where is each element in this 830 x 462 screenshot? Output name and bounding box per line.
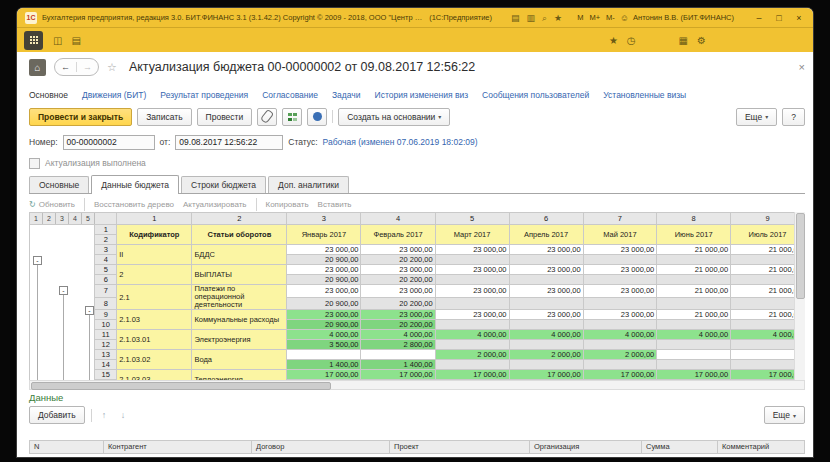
group-level-button[interactable]: 3 [56, 213, 69, 224]
vertical-scrollbar-thumb[interactable] [796, 213, 805, 299]
grid-plan-cell[interactable]: 23 000,00 [435, 265, 509, 275]
form-nav-link[interactable]: Установленные визы [603, 90, 686, 100]
tab-3[interactable]: Строки бюджета [181, 176, 266, 193]
grid-toolbar-button[interactable]: Актуализировать [183, 200, 246, 209]
form-nav-link[interactable]: История изменения виз [375, 90, 469, 100]
horizontal-scrollbar[interactable] [29, 380, 805, 390]
grid-plan-cell[interactable] [287, 350, 361, 360]
tree-collapse-button[interactable]: - [33, 256, 42, 265]
data-more-button[interactable]: Еще ▾ [764, 406, 805, 424]
grid-item-cell[interactable]: БДДС [192, 245, 287, 265]
grid-toolbar-button[interactable]: Вставить [318, 200, 352, 209]
grid-fact-cell[interactable] [583, 275, 657, 285]
favorites-star-icon[interactable]: ★ [609, 35, 618, 46]
grid-fact-cell[interactable]: 20 900,00 [287, 320, 361, 330]
grid-plan-cell[interactable]: 23 000,00 [583, 265, 657, 275]
grid-fact-cell[interactable]: 20 200,00 [361, 297, 435, 310]
grid-code-cell[interactable]: 2.1.03.02 [117, 350, 192, 370]
grid-header-month[interactable]: Март 2017 [435, 225, 509, 245]
grid-fact-cell[interactable] [657, 275, 731, 285]
add-button[interactable]: Добавить [29, 406, 85, 424]
grid-header-month[interactable]: Февраль 2017 [361, 225, 435, 245]
grid-fact-cell[interactable] [435, 297, 509, 310]
grid-plan-cell[interactable]: 2 000,00 [509, 350, 583, 360]
actualization-checkbox[interactable] [29, 158, 40, 169]
date-input[interactable]: 09.08.2017 12:56:22 [175, 135, 283, 150]
more-button[interactable]: Еще ▾ [736, 108, 777, 126]
grid-plan-cell[interactable]: 21 000,00 [657, 285, 731, 298]
grid-fact-cell[interactable] [657, 360, 731, 370]
form-nav-link[interactable]: Движения (БИТ) [82, 90, 146, 100]
grid-code-cell[interactable]: 2.1.03.01 [117, 330, 192, 350]
grid-plan-cell[interactable]: 23 000,00 [435, 245, 509, 255]
group-level-button[interactable]: 1 [30, 213, 43, 224]
status-link[interactable]: Рабочая (изменен 07.06.2019 18:02:09) [323, 137, 478, 147]
grid-fact-cell[interactable]: 20 200,00 [361, 275, 435, 285]
column-number-header[interactable]: 8 [657, 213, 731, 225]
row-number[interactable]: 11 [95, 330, 117, 340]
grid-plan-cell[interactable]: 17 000,00 [361, 370, 435, 380]
grid-fact-cell[interactable] [583, 320, 657, 330]
grid-plan-cell[interactable]: 4 000,00 [583, 330, 657, 340]
grid-fact-cell[interactable] [435, 360, 509, 370]
back-button[interactable]: ← [55, 62, 77, 72]
row-number[interactable]: 14 [95, 360, 117, 370]
post-and-close-button[interactable]: Провести и закрыть [29, 108, 132, 126]
print-icon[interactable]: ▥ [527, 9, 536, 27]
data-table-column-header[interactable]: N [30, 441, 104, 453]
grid-fact-cell[interactable] [509, 255, 583, 265]
grid-plan-cell[interactable]: 4 000,00 [509, 330, 583, 340]
data-table-column-header[interactable]: Организация [530, 441, 642, 453]
grid-plan-cell[interactable]: 17 000,00 [287, 370, 361, 380]
grid-fact-cell[interactable]: 20 200,00 [361, 320, 435, 330]
group-level-button[interactable]: 4 [69, 213, 82, 224]
grid-fact-cell[interactable] [435, 340, 509, 350]
row-number[interactable]: 8 [95, 297, 117, 310]
form-nav-link[interactable]: Задачи [332, 90, 361, 100]
grid-plan-cell[interactable]: 23 000,00 [583, 310, 657, 320]
data-table-column-header[interactable]: Проект [390, 441, 530, 453]
grid-fact-cell[interactable] [657, 255, 731, 265]
grid-header-month[interactable]: Июнь 2017 [657, 225, 731, 245]
memory-button[interactable]: М+ [589, 13, 600, 22]
favorite-star-icon[interactable]: ☆ [107, 61, 117, 74]
form-nav-link[interactable]: Основное [29, 90, 68, 100]
number-input[interactable]: 00-00000002 [63, 135, 155, 150]
grid-item-cell[interactable]: Коммунальные расходы [192, 310, 287, 330]
grid-header-month[interactable]: Январь 2017 [287, 225, 361, 245]
grid-item-cell[interactable]: Электроэнергия [192, 330, 287, 350]
tab-1[interactable]: Основные [29, 176, 89, 193]
history-clock-icon[interactable]: ◷ [627, 35, 636, 46]
all-functions-icon[interactable]: ▦ [679, 35, 688, 46]
grid-plan-cell[interactable] [361, 350, 435, 360]
grid-code-cell[interactable]: 2 [117, 265, 192, 285]
grid-fact-cell[interactable]: 2 800,00 [361, 340, 435, 350]
grid-plan-cell[interactable]: 23 000,00 [361, 285, 435, 298]
grid-plan-cell[interactable]: 4 000,00 [435, 330, 509, 340]
grid-item-cell[interactable]: Вода [192, 350, 287, 370]
grid-fact-cell[interactable] [435, 255, 509, 265]
row-number[interactable]: 9 [95, 310, 117, 320]
grid-plan-cell[interactable]: 2 000,00 [583, 350, 657, 360]
grid-plan-cell[interactable]: 23 000,00 [361, 265, 435, 275]
tab-2[interactable]: Данные бюджета [91, 175, 179, 194]
column-number-header[interactable]: 3 [287, 213, 361, 225]
document-icon[interactable]: ▤ [71, 35, 80, 46]
new-window-icon[interactable]: ◫ [53, 35, 62, 46]
row-number[interactable]: 10 [95, 320, 117, 330]
structure-button[interactable] [282, 108, 302, 126]
grid-fact-cell[interactable] [509, 340, 583, 350]
grid-fact-cell[interactable]: 20 900,00 [287, 255, 361, 265]
row-number[interactable]: 15 [95, 370, 117, 380]
move-down-button[interactable]: ↓ [117, 410, 130, 420]
group-level-button[interactable]: 5 [82, 213, 95, 224]
grid-item-cell[interactable]: Платежи по операционной деятельности [192, 285, 287, 310]
attachments-button[interactable] [257, 108, 277, 126]
form-nav-link[interactable]: Согласование [262, 90, 318, 100]
home-button[interactable]: ⌂ [29, 59, 46, 76]
data-table-column-header[interactable]: Договор [252, 441, 390, 453]
grid-plan-cell[interactable]: 23 000,00 [583, 285, 657, 298]
grid-plan-cell[interactable]: 23 000,00 [509, 310, 583, 320]
row-number[interactable]: 5 [95, 265, 117, 275]
grid-plan-cell[interactable]: 23 000,00 [509, 265, 583, 275]
